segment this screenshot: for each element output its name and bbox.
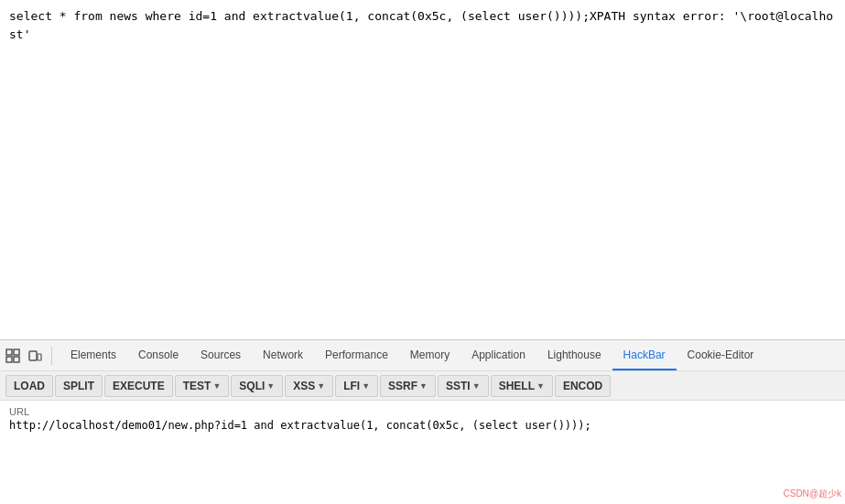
tab-sources[interactable]: Sources	[190, 340, 252, 370]
tab-cookie-editor[interactable]: Cookie-Editor	[677, 340, 765, 370]
hackbar-btn-lfi[interactable]: LFI▼	[335, 375, 378, 397]
svg-rect-2	[14, 349, 19, 355]
tab-network[interactable]: Network	[252, 340, 314, 370]
hackbar-btn-label-ssti: SSTI	[446, 380, 471, 392]
hackbar-btn-ssrf[interactable]: SSRF▼	[380, 375, 436, 397]
hackbar-toolbar: LOADSPLITEXECUTETEST▼SQLI▼XSS▼LFI▼SSRF▼S…	[0, 371, 845, 401]
hackbar-btn-arrow-shell: ▼	[536, 381, 545, 391]
hackbar-btn-label-xss: XSS	[293, 380, 315, 392]
url-area: URL http://localhost/demo01/new.php?id=1…	[0, 401, 845, 504]
svg-rect-1	[6, 357, 12, 362]
tab-elements[interactable]: Elements	[60, 340, 127, 370]
tab-performance[interactable]: Performance	[314, 340, 399, 370]
tab-lighthouse[interactable]: Lighthouse	[536, 340, 612, 370]
hackbar-btn-sqli[interactable]: SQLI▼	[231, 375, 283, 397]
tab-application[interactable]: Application	[460, 340, 536, 370]
hackbar-btn-label-sqli: SQLI	[239, 380, 265, 392]
svg-rect-3	[14, 357, 19, 362]
main-content: select * from news where id=1 and extrac…	[0, 0, 845, 339]
svg-rect-4	[29, 351, 37, 360]
device-toggle-icon[interactable]	[26, 347, 44, 365]
hackbar-btn-label-ssrf: SSRF	[388, 380, 417, 392]
hackbar-btn-arrow-lfi: ▼	[362, 381, 370, 391]
devtools-tabs: ElementsConsoleSourcesNetworkPerformance…	[60, 340, 764, 370]
hackbar-btn-label-split: SPLIT	[63, 380, 94, 392]
hackbar-btn-arrow-sqli: ▼	[266, 381, 275, 391]
devtools-icons	[4, 347, 52, 365]
hackbar-btn-label-execute: EXECUTE	[113, 380, 165, 392]
url-value[interactable]: http://localhost/demo01/new.php?id=1 and…	[9, 419, 836, 432]
hackbar-btn-label-shell: SHELL	[499, 380, 535, 392]
svg-rect-5	[38, 354, 41, 360]
devtools-toolbar: ElementsConsoleSourcesNetworkPerformance…	[0, 340, 845, 371]
hackbar-btn-arrow-ssrf: ▼	[419, 381, 428, 391]
svg-rect-0	[6, 349, 12, 355]
hackbar-btn-load[interactable]: LOAD	[5, 375, 53, 397]
tab-memory[interactable]: Memory	[399, 340, 460, 370]
hackbar-btn-arrow-xss: ▼	[317, 381, 325, 391]
hackbar-btn-split[interactable]: SPLIT	[55, 375, 103, 397]
error-text: select * from news where id=1 and extrac…	[9, 7, 836, 43]
hackbar-btn-label-load: LOAD	[14, 380, 45, 392]
inspect-icon[interactable]	[4, 347, 22, 365]
hackbar-btn-xss[interactable]: XSS▼	[285, 375, 333, 397]
devtools-panel: ElementsConsoleSourcesNetworkPerformance…	[0, 339, 845, 504]
hackbar-btn-encod[interactable]: ENCOD	[555, 375, 611, 397]
hackbar-btn-execute[interactable]: EXECUTE	[104, 375, 173, 397]
hackbar-btn-label-encod: ENCOD	[563, 380, 602, 392]
hackbar-btn-test[interactable]: TEST▼	[175, 375, 230, 397]
url-label: URL	[9, 406, 836, 417]
hackbar-btn-ssti[interactable]: SSTI▼	[438, 375, 489, 397]
hackbar-btn-label-test: TEST	[183, 380, 211, 392]
hackbar-btn-shell[interactable]: SHELL▼	[491, 375, 553, 397]
watermark: CSDN@超少k	[784, 488, 842, 500]
hackbar-btn-arrow-test: ▼	[212, 381, 221, 391]
hackbar-btn-arrow-ssti: ▼	[472, 381, 481, 391]
tab-hackbar[interactable]: HackBar	[612, 340, 677, 370]
hackbar-btn-label-lfi: LFI	[343, 380, 360, 392]
tab-console[interactable]: Console	[127, 340, 190, 370]
